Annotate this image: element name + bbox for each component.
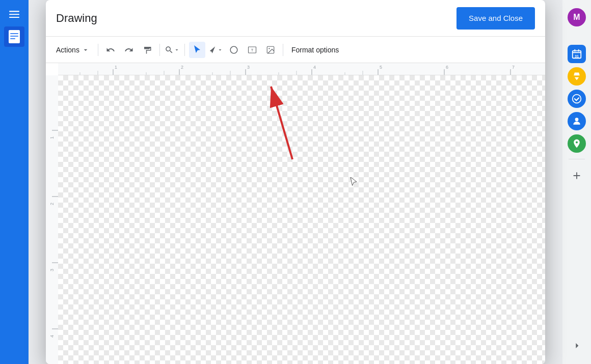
paint-format-button[interactable] bbox=[139, 42, 155, 58]
ruler-top-svg: 1 2 3 4 5 6 7 bbox=[58, 63, 545, 75]
drawing-canvas[interactable] bbox=[58, 75, 545, 364]
modal-overlay: Drawing Save and Close Actions bbox=[29, 0, 562, 364]
add-icon[interactable] bbox=[567, 165, 587, 186]
sidebar-divider bbox=[569, 159, 585, 159]
paint-format-icon bbox=[143, 45, 152, 54]
svg-point-17 bbox=[268, 48, 270, 49]
undo-icon bbox=[106, 45, 115, 54]
redo-button[interactable] bbox=[121, 42, 137, 58]
docs-app-icon[interactable] bbox=[4, 26, 24, 47]
svg-point-12 bbox=[573, 95, 581, 103]
select-tool-button[interactable] bbox=[189, 42, 205, 58]
tasks-icon[interactable] bbox=[568, 90, 586, 108]
svg-rect-5 bbox=[10, 36, 18, 37]
svg-text:4: 4 bbox=[313, 65, 316, 70]
svg-rect-9 bbox=[574, 49, 575, 52]
line-dropdown-icon bbox=[217, 47, 223, 53]
svg-rect-1 bbox=[9, 14, 19, 15]
canvas-area[interactable]: 1 2 3 4 5 6 7 bbox=[46, 63, 545, 364]
actions-button[interactable]: Actions bbox=[52, 42, 94, 58]
drawing-modal: Drawing Save and Close Actions bbox=[46, 0, 545, 364]
svg-text:1: 1 bbox=[115, 65, 117, 70]
expand-sidebar-icon[interactable] bbox=[567, 335, 587, 356]
red-arrow-annotation bbox=[257, 80, 308, 162]
cursor-indicator bbox=[348, 177, 359, 191]
shape-icon bbox=[229, 45, 238, 54]
toolbar-sep-4 bbox=[283, 44, 283, 56]
format-options-label: Format options bbox=[291, 46, 339, 54]
svg-text:3: 3 bbox=[247, 65, 250, 70]
svg-rect-6 bbox=[10, 38, 15, 39]
ruler-left: 1 2 3 4 bbox=[46, 75, 58, 364]
maps-icon[interactable] bbox=[568, 134, 586, 153]
svg-text:3: 3 bbox=[49, 269, 55, 271]
select-icon bbox=[193, 45, 202, 54]
save-close-button[interactable]: Save and Close bbox=[456, 7, 535, 30]
svg-text:7: 7 bbox=[512, 65, 515, 70]
zoom-button[interactable] bbox=[164, 42, 180, 58]
svg-text:31: 31 bbox=[575, 54, 579, 59]
modal-title: Drawing bbox=[56, 12, 97, 25]
toolbar-sep-3 bbox=[184, 44, 185, 56]
zoom-icon bbox=[165, 45, 174, 54]
svg-rect-10 bbox=[578, 49, 579, 52]
toolbar-sep-2 bbox=[159, 44, 160, 56]
svg-rect-4 bbox=[10, 33, 18, 34]
svg-text:2: 2 bbox=[181, 65, 183, 70]
svg-text:2: 2 bbox=[49, 203, 55, 205]
contacts-icon[interactable] bbox=[568, 112, 586, 130]
svg-text:T: T bbox=[251, 48, 254, 52]
image-icon bbox=[266, 45, 275, 54]
actions-label: Actions bbox=[56, 46, 79, 54]
hamburger-menu-icon[interactable] bbox=[4, 4, 24, 24]
svg-rect-8 bbox=[573, 52, 581, 53]
ruler-left-svg: 1 2 3 4 bbox=[46, 75, 58, 364]
shape-tool-button[interactable] bbox=[226, 42, 242, 58]
user-avatar[interactable]: M bbox=[568, 8, 586, 26]
svg-text:1: 1 bbox=[49, 136, 55, 139]
format-options-button[interactable]: Format options bbox=[287, 42, 343, 58]
ruler-top: 1 2 3 4 5 6 7 bbox=[58, 63, 545, 75]
right-sidebar: M 31 bbox=[562, 0, 591, 364]
svg-rect-43 bbox=[46, 75, 58, 364]
textbox-icon: T bbox=[248, 45, 257, 54]
svg-rect-2 bbox=[9, 17, 19, 18]
svg-rect-18 bbox=[58, 63, 545, 75]
svg-point-13 bbox=[575, 118, 579, 121]
left-sidebar bbox=[0, 0, 29, 364]
modal-header: Drawing Save and Close bbox=[46, 0, 545, 37]
actions-dropdown-icon bbox=[82, 46, 90, 54]
toolbar-sep-1 bbox=[98, 44, 98, 56]
undo-button[interactable] bbox=[102, 42, 119, 58]
text-tool-button[interactable]: T bbox=[244, 42, 260, 58]
line-tool-button[interactable] bbox=[207, 42, 224, 58]
redo-icon bbox=[124, 45, 133, 54]
svg-text:5: 5 bbox=[380, 65, 382, 70]
keep-icon[interactable] bbox=[568, 67, 586, 86]
svg-line-53 bbox=[271, 87, 292, 159]
image-tool-button[interactable] bbox=[262, 42, 279, 58]
drawing-toolbar: Actions bbox=[46, 37, 545, 63]
zoom-dropdown-icon bbox=[174, 47, 180, 53]
calendar-icon[interactable]: 31 bbox=[568, 45, 586, 63]
svg-text:4: 4 bbox=[49, 335, 55, 338]
line-icon bbox=[208, 45, 217, 54]
svg-text:6: 6 bbox=[446, 65, 448, 70]
svg-rect-0 bbox=[9, 11, 19, 12]
